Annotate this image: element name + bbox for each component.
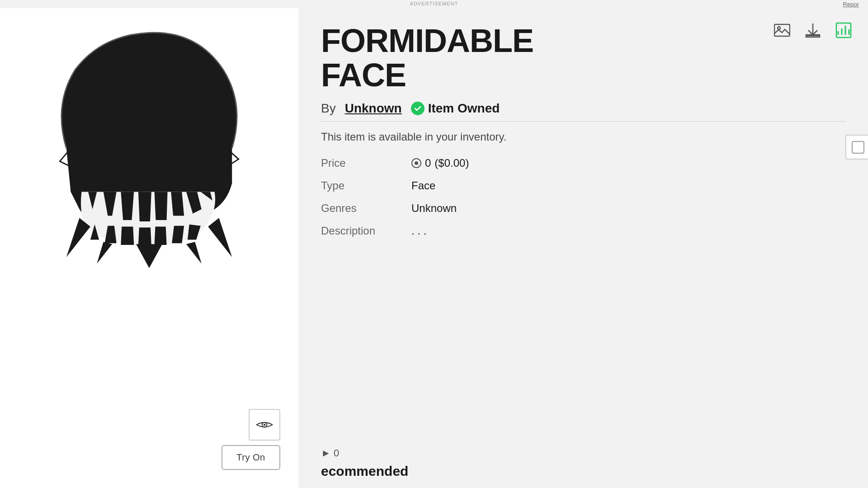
svg-marker-8 xyxy=(138,192,151,221)
eye-button[interactable] xyxy=(249,409,280,441)
genres-value: Unknown xyxy=(411,202,457,215)
image-icon xyxy=(774,22,790,38)
image-icon-button[interactable] xyxy=(771,19,793,41)
type-value: Face xyxy=(411,179,435,192)
price-label: Price xyxy=(321,157,411,169)
description-value: . . . xyxy=(411,225,426,237)
chart-icon-button[interactable] xyxy=(833,19,854,41)
report-link[interactable]: Repor xyxy=(843,1,859,8)
by-prefix: By xyxy=(321,101,336,116)
item-image-container xyxy=(18,17,280,279)
top-icons xyxy=(771,19,854,41)
svg-marker-17 xyxy=(155,227,167,245)
right-panel: FORMIDABLE FACE By Unknown Item Owned Th… xyxy=(298,8,868,488)
svg-marker-22 xyxy=(136,244,162,268)
owned-check-icon xyxy=(411,102,425,115)
svg-rect-27 xyxy=(774,24,790,36)
get-button[interactable] xyxy=(845,135,868,160)
checkmark-icon xyxy=(414,104,422,113)
svg-marker-24 xyxy=(186,242,202,263)
try-on-button[interactable]: Try On xyxy=(222,445,280,470)
svg-marker-16 xyxy=(138,228,151,246)
image-controls: Try On xyxy=(222,409,280,470)
svg-marker-10 xyxy=(171,192,184,216)
left-panel: Try On xyxy=(0,8,298,488)
item-title: FORMIDABLE FACE xyxy=(321,24,845,92)
description-row: Description . . . xyxy=(321,225,845,237)
svg-marker-9 xyxy=(155,192,168,220)
score-line: ► 0 xyxy=(321,447,845,459)
inventory-text: This item is available in your inventory… xyxy=(321,131,845,143)
details-table: Price 0 ($0.00) Type Face Genres Unknown… xyxy=(321,157,845,237)
price-usd: ($0.00) xyxy=(434,157,469,169)
type-row: Type Face xyxy=(321,179,845,192)
eye-icon xyxy=(256,418,273,431)
creator-link[interactable]: Unknown xyxy=(345,101,402,116)
svg-point-26 xyxy=(264,424,266,426)
recommended-label: ecommended xyxy=(321,464,845,479)
svg-marker-7 xyxy=(121,192,134,220)
item-owned-text: Item Owned xyxy=(428,101,500,116)
main-container: Try On xyxy=(0,8,868,488)
price-amount: 0 xyxy=(425,157,431,169)
price-value: 0 ($0.00) xyxy=(411,157,469,169)
type-label: Type xyxy=(321,179,411,192)
genres-label: Genres xyxy=(321,202,411,215)
download-icon-button[interactable] xyxy=(802,19,824,41)
bottom-section: ► 0 ecommended xyxy=(298,438,868,488)
svg-marker-23 xyxy=(97,242,112,263)
download-icon xyxy=(805,22,821,38)
divider xyxy=(321,121,845,122)
description-label: Description xyxy=(321,225,411,237)
item-owned-badge: Item Owned xyxy=(411,101,500,116)
svg-point-28 xyxy=(778,27,780,29)
item-image xyxy=(36,26,262,270)
svg-marker-20 xyxy=(66,218,90,257)
robux-icon xyxy=(411,158,421,168)
get-icon xyxy=(852,141,864,154)
advertisement-label: ADVERTISEMENT xyxy=(406,0,462,7)
svg-rect-31 xyxy=(852,141,864,153)
by-line: By Unknown Item Owned xyxy=(321,101,845,116)
chart-icon xyxy=(835,22,852,38)
svg-marker-21 xyxy=(208,218,232,257)
genres-row: Genres Unknown xyxy=(321,202,845,215)
svg-marker-15 xyxy=(121,227,134,245)
price-row: Price 0 ($0.00) xyxy=(321,157,845,169)
